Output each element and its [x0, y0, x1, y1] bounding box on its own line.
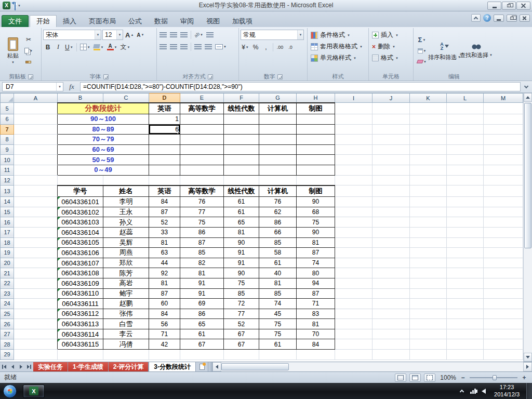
cell-I17[interactable]: [335, 227, 373, 237]
cell-M18[interactable]: [484, 237, 523, 248]
cell-A29[interactable]: [14, 350, 58, 360]
cell-H20[interactable]: 74: [297, 258, 335, 268]
cell-D26[interactable]: 56: [149, 319, 180, 329]
row-header-12[interactable]: 12: [1, 175, 14, 185]
increase-font-button[interactable]: A▲: [124, 30, 135, 40]
cell-L27[interactable]: [447, 329, 484, 339]
cell-J21[interactable]: [373, 268, 410, 278]
cell-H22[interactable]: 94: [297, 278, 335, 288]
decrease-indent-button[interactable]: [193, 42, 203, 51]
cell-F19[interactable]: 91: [224, 248, 259, 258]
cell-F20[interactable]: 91: [224, 258, 259, 268]
cell-H29[interactable]: [297, 350, 335, 360]
cell-F27[interactable]: 67: [224, 329, 259, 339]
cell-F28[interactable]: 67: [224, 339, 259, 350]
cell-D18[interactable]: 81: [149, 237, 180, 248]
cell-A28[interactable]: [14, 339, 58, 350]
sheet-tab-1[interactable]: 实验任务: [33, 362, 68, 371]
cell-J20[interactable]: [373, 258, 410, 268]
cell-D8[interactable]: [149, 135, 180, 145]
cell-G24[interactable]: 74: [259, 299, 297, 309]
cell-I12[interactable]: [335, 175, 373, 185]
row-header-16[interactable]: 16: [1, 217, 14, 228]
cell-F5[interactable]: 线性代数: [224, 103, 259, 114]
font-color-button[interactable]: A▼: [106, 42, 118, 52]
cell-F21[interactable]: 90: [224, 268, 259, 278]
cell-B11[interactable]: 0～49: [58, 165, 149, 175]
cell-J17[interactable]: [373, 227, 410, 237]
column-header-E[interactable]: E: [180, 94, 224, 103]
cell-A9[interactable]: [14, 144, 58, 155]
cell-E8[interactable]: [180, 135, 224, 145]
cell-J15[interactable]: [373, 207, 410, 217]
cell-J16[interactable]: [373, 217, 410, 228]
cell-C23[interactable]: 鲍宇: [103, 288, 149, 299]
cut-button[interactable]: ✂: [23, 34, 34, 44]
cell-L12[interactable]: [447, 175, 484, 185]
cell-L11[interactable]: [447, 165, 484, 175]
cell-E29[interactable]: [180, 350, 224, 360]
cell-B18[interactable]: 0604336105: [58, 237, 103, 248]
cell-J6[interactable]: [373, 114, 410, 125]
cell-K5[interactable]: [410, 103, 447, 114]
cell-E27[interactable]: 61: [180, 329, 224, 339]
cell-F8[interactable]: [224, 135, 259, 145]
cell-H8[interactable]: [297, 135, 335, 145]
row-header-22[interactable]: 22: [1, 278, 14, 288]
cell-L28[interactable]: [447, 339, 484, 350]
cell-I21[interactable]: [335, 268, 373, 278]
cell-M20[interactable]: [484, 258, 523, 268]
cell-F15[interactable]: 61: [224, 207, 259, 217]
sort-filter-button[interactable]: AZ 排序和筛选▼: [429, 29, 460, 73]
align-middle-button[interactable]: [169, 30, 178, 39]
column-header-M[interactable]: M: [484, 94, 523, 103]
cell-M27[interactable]: [484, 329, 523, 339]
clipboard-dialog-launcher[interactable]: [28, 74, 33, 79]
close-button[interactable]: [516, 2, 530, 10]
cell-E20[interactable]: 82: [180, 258, 224, 268]
cell-J13[interactable]: [373, 185, 410, 197]
cell-K11[interactable]: [410, 165, 447, 175]
cell-I23[interactable]: [335, 288, 373, 299]
cell-E22[interactable]: 91: [180, 278, 224, 288]
page-break-view-button[interactable]: [424, 374, 435, 382]
cell-J9[interactable]: [373, 144, 410, 155]
cell-G9[interactable]: [259, 144, 297, 155]
cell-D7[interactable]: 6: [149, 124, 180, 135]
cell-H18[interactable]: 81: [297, 237, 335, 248]
cell-E25[interactable]: 86: [180, 309, 224, 319]
cell-A24[interactable]: [14, 299, 58, 309]
cell-I14[interactable]: [335, 197, 373, 207]
cell-I9[interactable]: [335, 144, 373, 155]
formula-input[interactable]: =COUNTIF(D14:D28,">=80")-COUNTIF(D14:D28…: [80, 82, 521, 91]
cell-A22[interactable]: [14, 278, 58, 288]
cell-L14[interactable]: [447, 197, 484, 207]
cell-D27[interactable]: 71: [149, 329, 180, 339]
cell-A15[interactable]: [14, 207, 58, 217]
cell-B19[interactable]: 0604336106: [58, 248, 103, 258]
cell-C16[interactable]: 孙义: [103, 217, 149, 228]
cell-L13[interactable]: [447, 185, 484, 197]
cell-B28[interactable]: 0604336115: [58, 339, 103, 350]
number-dialog-launcher[interactable]: [277, 74, 283, 79]
cell-H5[interactable]: 制图: [297, 103, 335, 114]
cell-I25[interactable]: [335, 309, 373, 319]
cell-G17[interactable]: 66: [259, 227, 297, 237]
format-painter-button[interactable]: [23, 57, 34, 67]
cell-K20[interactable]: [410, 258, 447, 268]
ribbon-tab-1[interactable]: 开始: [30, 15, 57, 27]
cell-F18[interactable]: 90: [224, 237, 259, 248]
name-box[interactable]: D7▼: [2, 82, 63, 91]
cell-E10[interactable]: [180, 155, 224, 165]
cell-A7[interactable]: [14, 124, 58, 135]
cell-L7[interactable]: [447, 124, 484, 135]
borders-button[interactable]: ▼: [79, 42, 91, 52]
cell-K13[interactable]: [410, 185, 447, 197]
cell-G27[interactable]: 75: [259, 329, 297, 339]
cell-I24[interactable]: [335, 299, 373, 309]
column-header-D[interactable]: D: [149, 94, 180, 103]
cell-I27[interactable]: [335, 329, 373, 339]
cell-B7[interactable]: 80～89: [58, 124, 149, 135]
cell-M23[interactable]: [484, 288, 523, 299]
row-header-7[interactable]: 7: [1, 124, 14, 135]
